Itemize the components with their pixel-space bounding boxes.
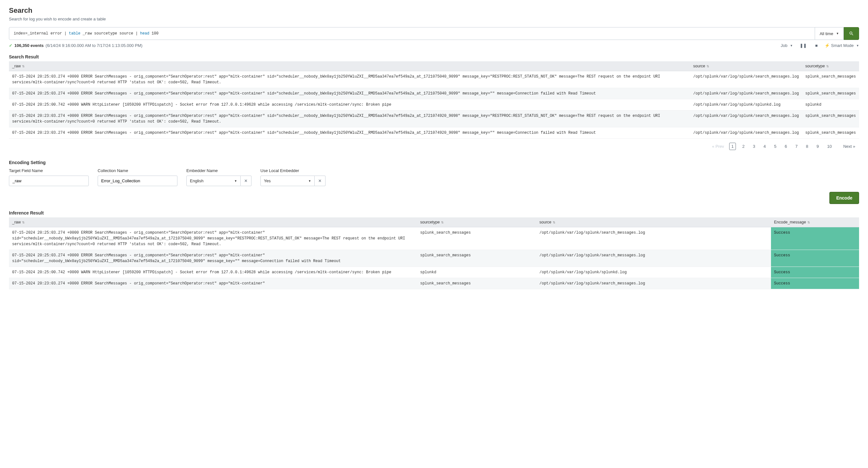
col-source-header[interactable]: source⇅ — [690, 61, 802, 71]
local-embedder-select[interactable]: Yes ▼ — [260, 176, 315, 186]
table-row: 07-15-2024 20:23:03.274 +0000 ERROR Sear… — [9, 111, 859, 127]
cell-source: /opt/splunk/var/log/splunk/splunkd.log — [536, 267, 771, 278]
cell-sourcetype: splunkd — [802, 99, 859, 111]
cell-raw: 07-15-2024 20:25:00.742 +0000 WARN HttpL… — [9, 99, 690, 111]
cell-raw: 07-15-2024 20:25:03.274 +0000 ERROR Sear… — [9, 71, 690, 88]
sort-icon: ⇅ — [22, 64, 25, 68]
search-input[interactable]: index=_internal error | table _raw sourc… — [9, 27, 815, 40]
time-range-picker[interactable]: All time ▼ — [815, 27, 844, 40]
pagination-page[interactable]: 9 — [815, 143, 821, 150]
pagination-page[interactable]: 6 — [783, 143, 789, 150]
cell-source: /opt/splunk/var/log/splunk/splunkd.log — [690, 99, 802, 111]
col-encode-header[interactable]: Encode_message⇅ — [771, 217, 859, 227]
embedder-name-select[interactable]: English ▼ — [186, 176, 241, 186]
table-row: 07-15-2024 20:25:03.274 +0000 ERROR Sear… — [9, 250, 859, 267]
time-range-label: All time — [819, 31, 833, 36]
cell-sourcetype: splunk_search_messages — [802, 111, 859, 127]
cell-raw: 07-15-2024 20:23:03.274 +0000 ERROR Sear… — [9, 278, 417, 289]
table-row: 07-15-2024 20:25:03.274 +0000 ERROR Sear… — [9, 88, 859, 99]
table-row: 07-15-2024 20:25:00.742 +0000 WARN HttpL… — [9, 267, 859, 278]
cell-raw: 07-15-2024 20:25:03.274 +0000 ERROR Sear… — [9, 88, 690, 99]
event-time-range: (6/14/24 9:16:00.000 AM to 7/17/24 1:13:… — [45, 43, 143, 48]
check-icon: ✓ — [9, 43, 12, 48]
chevron-down-icon: ▼ — [308, 179, 311, 183]
cell-sourcetype: splunk_search_messages — [417, 278, 536, 289]
search-button[interactable] — [844, 27, 859, 40]
target-field-label: Target Field Name — [9, 168, 89, 173]
chevron-down-icon: ▼ — [836, 32, 839, 35]
sort-icon: ⇅ — [707, 64, 709, 68]
col-raw-header[interactable]: _raw⇅ — [9, 217, 417, 227]
cell-encode-message: Success — [771, 267, 859, 278]
search-icon — [849, 31, 854, 36]
pagination-prev: « Prev — [710, 143, 726, 150]
pagination-page[interactable]: 3 — [751, 143, 757, 150]
cell-sourcetype: splunk_search_messages — [417, 227, 536, 250]
sort-icon: ⇅ — [441, 221, 443, 224]
pagination-next[interactable]: Next » — [841, 143, 857, 150]
cell-encode-message: Success — [771, 250, 859, 267]
page-subtitle: Search for log you wish to encode and cr… — [9, 17, 859, 21]
pagination-page[interactable]: 10 — [825, 143, 834, 150]
pagination-page[interactable]: 5 — [772, 143, 778, 150]
embedder-clear-button[interactable]: ✕ — [241, 176, 251, 186]
col-raw-header[interactable]: _raw⇅ — [9, 61, 690, 71]
col-sourcetype-header[interactable]: sourcetype⇅ — [417, 217, 536, 227]
close-icon: ✕ — [244, 178, 248, 183]
encode-button[interactable]: Encode — [829, 192, 859, 204]
cell-raw: 07-15-2024 20:25:03.274 +0000 ERROR Sear… — [9, 250, 417, 267]
embedder-name-label: Embedder Name — [186, 168, 251, 173]
stop-icon[interactable]: ■ — [814, 43, 819, 48]
embedder-selected-value: English — [190, 178, 204, 183]
target-field-input[interactable] — [9, 176, 89, 186]
cell-raw: 07-15-2024 20:23:03.274 +0000 ERROR Sear… — [9, 127, 690, 139]
job-menu[interactable]: Job▼ — [781, 43, 793, 48]
close-icon: ✕ — [318, 178, 322, 183]
pagination-page[interactable]: 4 — [762, 143, 768, 150]
local-embedder-selected-value: Yes — [264, 178, 271, 183]
cell-source: /opt/splunk/var/log/splunk/search_messag… — [690, 71, 802, 88]
cell-raw: 07-15-2024 20:25:00.742 +0000 WARN HttpL… — [9, 267, 417, 278]
pagination-page[interactable]: 2 — [740, 143, 746, 150]
bolt-icon: ⚡ — [825, 43, 830, 48]
search-result-title: Search Result — [9, 54, 859, 59]
encoding-settings: Target Field Name Collection Name Embedd… — [9, 168, 859, 186]
cell-raw: 07-15-2024 20:25:03.274 +0000 ERROR Sear… — [9, 227, 417, 250]
table-row: 07-15-2024 20:25:03.274 +0000 ERROR Sear… — [9, 71, 859, 88]
table-row: 07-15-2024 20:23:03.274 +0000 ERROR Sear… — [9, 278, 859, 289]
cell-encode-message: Success — [771, 227, 859, 250]
cell-source: /opt/splunk/var/log/splunk/search_messag… — [536, 278, 771, 289]
cell-source: /opt/splunk/var/log/splunk/search_messag… — [690, 111, 802, 127]
col-sourcetype-header[interactable]: sourcetype⇅ — [802, 61, 859, 71]
encoding-setting-title: Encoding Setting — [9, 160, 859, 165]
cell-source: /opt/splunk/var/log/splunk/search_messag… — [690, 88, 802, 99]
cell-raw: 07-15-2024 20:23:03.274 +0000 ERROR Sear… — [9, 111, 690, 127]
pagination-page[interactable]: 1 — [729, 143, 736, 150]
col-source-header[interactable]: source⇅ — [536, 217, 771, 227]
sort-icon: ⇅ — [22, 221, 25, 224]
sort-icon: ⇅ — [553, 221, 555, 224]
sort-icon: ⇅ — [826, 64, 829, 68]
local-embedder-clear-button[interactable]: ✕ — [315, 176, 326, 186]
cell-encode-message: Success — [771, 278, 859, 289]
cell-sourcetype: splunk_search_messages — [802, 127, 859, 139]
sort-icon: ⇅ — [807, 221, 810, 224]
search-result-table: _raw⇅ source⇅ sourcetype⇅ 07-15-2024 20:… — [9, 61, 859, 139]
table-row: 07-15-2024 20:25:03.274 +0000 ERROR Sear… — [9, 227, 859, 250]
status-bar: ✓ 106,350 events (6/14/24 9:16:00.000 AM… — [9, 43, 859, 48]
table-row: 07-15-2024 20:25:00.742 +0000 WARN HttpL… — [9, 99, 859, 111]
pagination-page[interactable]: 7 — [793, 143, 799, 150]
cell-sourcetype: splunkd — [417, 267, 536, 278]
search-query-text: index=_internal error | table _raw sourc… — [14, 31, 159, 36]
local-embedder-label: Use Local Embedder — [260, 168, 326, 173]
pause-icon[interactable]: ❚❚ — [799, 43, 808, 48]
smart-mode-menu[interactable]: ⚡Smart Mode▼ — [825, 43, 859, 48]
pagination-page[interactable]: 8 — [804, 143, 810, 150]
collection-name-input[interactable] — [98, 176, 178, 186]
cell-sourcetype: splunk_search_messages — [417, 250, 536, 267]
cell-source: /opt/splunk/var/log/splunk/search_messag… — [536, 227, 771, 250]
inference-result-table: _raw⇅ sourcetype⇅ source⇅ Encode_message… — [9, 217, 859, 289]
chevron-down-icon: ▼ — [856, 44, 859, 47]
event-count: 106,350 events — [14, 43, 44, 48]
table-row: 07-15-2024 20:23:03.274 +0000 ERROR Sear… — [9, 127, 859, 139]
